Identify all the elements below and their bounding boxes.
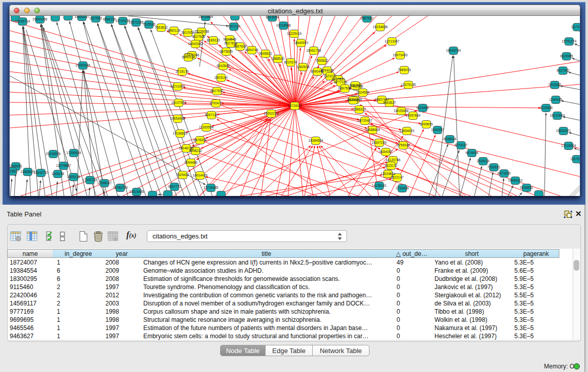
svg-text:1345061: 1345061 xyxy=(10,164,23,168)
svg-text:19654935: 19654935 xyxy=(170,117,185,120)
svg-text:8878354: 8878354 xyxy=(193,138,207,142)
svg-text:8220374: 8220374 xyxy=(284,60,297,64)
svg-text:16543382: 16543382 xyxy=(188,42,203,46)
svg-text:3912954: 3912954 xyxy=(181,31,194,34)
svg-text:12375135: 12375135 xyxy=(401,83,416,86)
svg-text:8267110: 8267110 xyxy=(205,113,218,117)
svg-text:12975887: 12975887 xyxy=(56,164,71,167)
svg-text:16648784: 16648784 xyxy=(446,49,461,52)
svg-text:8471626: 8471626 xyxy=(497,171,511,175)
svg-text:16210643: 16210643 xyxy=(550,114,565,117)
svg-text:9329965: 9329965 xyxy=(560,54,573,58)
svg-text:1588520: 1588520 xyxy=(271,57,285,60)
svg-text:14136141: 14136141 xyxy=(372,184,387,187)
svg-text:5498222: 5498222 xyxy=(189,149,202,152)
svg-text:12942737: 12942737 xyxy=(34,171,49,174)
svg-text:2603144: 2603144 xyxy=(214,76,228,79)
svg-text:9777169: 9777169 xyxy=(334,80,347,84)
svg-text:10654112: 10654112 xyxy=(508,179,523,182)
svg-text:2867608: 2867608 xyxy=(233,45,247,48)
svg-text:3915527: 3915527 xyxy=(10,169,19,173)
svg-text:3215958: 3215958 xyxy=(539,106,553,110)
svg-text:10973493: 10973493 xyxy=(393,53,408,57)
svg-text:18724007: 18724007 xyxy=(288,104,302,107)
svg-text:16033809: 16033809 xyxy=(199,16,213,18)
svg-text:13524851: 13524851 xyxy=(381,172,396,176)
svg-text:18640910: 18640910 xyxy=(294,41,309,45)
svg-text:8960124: 8960124 xyxy=(167,29,181,32)
svg-text:1244415: 1244415 xyxy=(549,98,562,101)
svg-text:9756928: 9756928 xyxy=(397,143,410,147)
svg-text:15692971: 15692971 xyxy=(556,129,571,133)
svg-text:25226058: 25226058 xyxy=(194,30,209,33)
svg-text:20691406: 20691406 xyxy=(33,17,48,21)
svg-text:8454749: 8454749 xyxy=(245,48,258,52)
svg-text:12213309: 12213309 xyxy=(170,84,185,88)
svg-text:9875685: 9875685 xyxy=(220,50,233,53)
svg-text:9115460: 9115460 xyxy=(417,106,429,110)
svg-text:9474444: 9474444 xyxy=(465,151,478,155)
svg-text:15720407: 15720407 xyxy=(358,119,373,122)
svg-text:8813054: 8813054 xyxy=(266,16,279,19)
svg-text:11958167: 11958167 xyxy=(97,181,112,185)
svg-text:1145194: 1145194 xyxy=(52,172,64,176)
svg-text:17016504: 17016504 xyxy=(561,144,576,147)
svg-text:7485003: 7485003 xyxy=(398,68,411,72)
svg-text:9184067: 9184067 xyxy=(379,150,393,154)
svg-text:17957253: 17957253 xyxy=(83,178,98,182)
svg-text:16154838: 16154838 xyxy=(373,25,388,29)
svg-text:9657771: 9657771 xyxy=(168,185,181,188)
svg-text:9245652: 9245652 xyxy=(520,186,533,189)
svg-text:14055714: 14055714 xyxy=(15,19,30,23)
svg-text:8938924: 8938924 xyxy=(443,137,456,141)
svg-text:2905135: 2905135 xyxy=(67,175,80,179)
svg-text:16961758: 16961758 xyxy=(307,49,321,52)
svg-text:2718176: 2718176 xyxy=(176,70,189,73)
svg-text:10688609: 10688609 xyxy=(365,128,380,132)
svg-text:15751074: 15751074 xyxy=(562,39,577,43)
svg-text:2522147: 2522147 xyxy=(390,176,404,179)
svg-text:8427552: 8427552 xyxy=(210,89,224,93)
svg-text:11353594: 11353594 xyxy=(199,125,214,129)
svg-text:20053346: 20053346 xyxy=(76,63,91,67)
svg-text:2935114: 2935114 xyxy=(477,159,490,163)
svg-text:11568629: 11568629 xyxy=(20,170,35,173)
svg-text:7625402: 7625402 xyxy=(176,173,189,177)
svg-text:12923445: 12923445 xyxy=(129,190,144,193)
svg-text:13654923: 13654923 xyxy=(400,129,415,133)
svg-text:19166825: 19166825 xyxy=(173,132,188,135)
svg-text:25302213: 25302213 xyxy=(264,112,279,115)
svg-text:6099695: 6099695 xyxy=(420,122,433,126)
svg-text:9242848: 9242848 xyxy=(216,64,230,68)
svg-text:1117034: 1117034 xyxy=(571,25,580,29)
svg-text:1167534: 1167534 xyxy=(571,157,580,161)
svg-text:7632621: 7632621 xyxy=(487,165,500,169)
svg-text:10719155: 10719155 xyxy=(116,19,130,23)
svg-text:14957884: 14957884 xyxy=(406,114,421,117)
svg-text:9463627: 9463627 xyxy=(383,101,396,104)
svg-text:16782759: 16782759 xyxy=(113,186,128,189)
svg-text:1362635: 1362635 xyxy=(296,65,310,69)
svg-text:6794028: 6794028 xyxy=(320,69,334,72)
svg-text:10025458: 10025458 xyxy=(394,109,409,113)
svg-text:12213367: 12213367 xyxy=(385,39,400,43)
svg-text:9227342: 9227342 xyxy=(556,69,570,72)
svg-text:18307249: 18307249 xyxy=(372,141,387,144)
svg-text:20206576: 20206576 xyxy=(46,152,61,156)
svg-text:16107553: 16107553 xyxy=(171,101,186,104)
svg-text:7663822: 7663822 xyxy=(155,26,168,29)
svg-text:19218506: 19218506 xyxy=(276,24,291,27)
svg-text:7957224: 7957224 xyxy=(227,25,241,28)
svg-text:6897568: 6897568 xyxy=(338,86,352,90)
svg-text:10653287: 10653287 xyxy=(75,16,90,18)
svg-text:1624554: 1624554 xyxy=(356,91,369,94)
svg-text:1640957: 1640957 xyxy=(431,128,444,132)
svg-text:1733426: 1733426 xyxy=(396,186,409,190)
svg-text:15716485: 15716485 xyxy=(204,186,219,189)
svg-text:19384554: 19384554 xyxy=(309,139,323,142)
svg-text:7955822: 7955822 xyxy=(315,59,329,62)
svg-text:2687682: 2687682 xyxy=(360,16,374,20)
svg-text:9890124: 9890124 xyxy=(182,55,195,59)
svg-text:836266: 836266 xyxy=(350,83,361,87)
svg-text:9646821: 9646821 xyxy=(259,52,272,55)
